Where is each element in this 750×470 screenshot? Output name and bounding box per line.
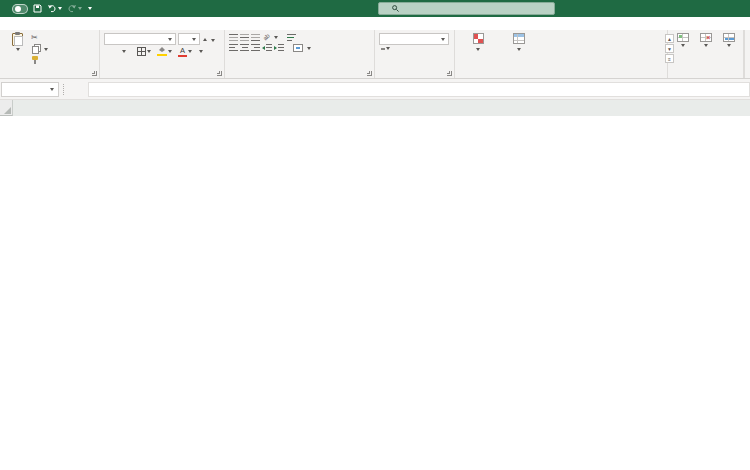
column-headers <box>0 100 750 116</box>
caret-down-icon <box>211 39 215 42</box>
chevron-down-icon <box>122 50 126 53</box>
font-color-button[interactable]: A <box>176 47 194 56</box>
ribbon-tab-bar <box>0 17 750 30</box>
chevron-down-icon <box>681 44 685 47</box>
shrink-font-button[interactable] <box>210 37 216 42</box>
delete-cells-button[interactable]: × <box>695 33 716 67</box>
select-all-button[interactable] <box>0 100 13 116</box>
formula-bar-handle[interactable] <box>63 84 66 95</box>
format-as-table-icon <box>513 33 525 44</box>
font-group: A <box>100 30 225 78</box>
spreadsheet-grid <box>0 116 750 470</box>
dialog-launcher-icon[interactable] <box>217 71 222 76</box>
insert-cells-icon <box>677 33 689 42</box>
grow-font-button[interactable] <box>202 37 208 41</box>
save-icon <box>33 4 42 13</box>
chevron-down-icon <box>727 44 731 47</box>
title-bar <box>0 0 750 17</box>
borders-button[interactable] <box>135 47 153 56</box>
chevron-down-icon <box>274 36 278 39</box>
align-top-icon[interactable] <box>229 34 238 42</box>
paste-clipboard-icon <box>12 33 23 46</box>
chevron-down-icon <box>192 38 196 41</box>
chevron-down-icon <box>168 38 172 41</box>
decrease-indent-icon[interactable] <box>262 44 272 52</box>
formula-input[interactable] <box>88 82 750 97</box>
chevron-down-icon <box>441 38 445 41</box>
chevron-down-icon <box>188 50 192 53</box>
undo-button[interactable] <box>47 4 62 13</box>
number-format-select[interactable] <box>379 33 449 45</box>
styles-group: ▲ ▼ ≡ <box>455 30 668 78</box>
insert-cells-button[interactable] <box>672 33 693 67</box>
font-size-select[interactable] <box>178 33 200 45</box>
chevron-down-icon <box>168 50 172 53</box>
number-group <box>375 30 455 78</box>
chevron-down-icon <box>147 50 151 53</box>
chevron-down-icon <box>58 7 62 10</box>
dialog-launcher-icon[interactable] <box>92 71 97 76</box>
align-bottom-icon[interactable] <box>251 34 260 42</box>
format-cells-icon <box>723 33 735 42</box>
search-icon <box>392 5 399 12</box>
format-cells-button[interactable] <box>719 33 740 67</box>
fill-color-button[interactable] <box>155 47 174 56</box>
chevron-down-icon <box>386 47 390 50</box>
cf-label-2 <box>476 46 480 53</box>
conditional-formatting-icon <box>473 33 484 44</box>
fill-color-icon <box>157 47 167 56</box>
autosave-toggle[interactable] <box>12 4 28 14</box>
editing-group-clipped <box>744 30 750 78</box>
chevron-down-icon <box>476 48 480 51</box>
cells-group: × <box>668 30 744 78</box>
scissors-icon: ✂ <box>31 34 38 42</box>
paste-button[interactable] <box>4 33 31 67</box>
format-painter-button[interactable] <box>31 55 96 65</box>
merge-center-button[interactable] <box>293 44 311 52</box>
chevron-down-icon <box>704 44 708 47</box>
copy-button[interactable] <box>31 44 96 54</box>
dialog-launcher-icon[interactable] <box>447 71 452 76</box>
alignment-group <box>225 30 375 78</box>
quick-access-toolbar <box>7 4 92 14</box>
wrap-text-icon <box>287 34 296 42</box>
customize-qat-button[interactable] <box>87 7 92 10</box>
conditional-formatting-button[interactable] <box>459 33 497 67</box>
chevron-down-icon <box>199 50 203 53</box>
redo-icon <box>67 4 77 13</box>
format-painter-icon <box>31 56 39 64</box>
cell-styles-gallery <box>544 34 663 67</box>
align-left-icon[interactable] <box>229 44 238 52</box>
chevron-down-icon <box>517 48 521 51</box>
chevron-down-icon <box>307 47 311 50</box>
borders-icon <box>137 47 146 56</box>
wrap-text-button[interactable] <box>287 34 298 42</box>
dialog-launcher-icon[interactable] <box>367 71 372 76</box>
caret-up-icon <box>203 38 207 41</box>
font-color-icon: A <box>178 47 187 56</box>
name-box[interactable] <box>1 82 59 97</box>
clipboard-group: ✂ <box>0 30 100 78</box>
save-button[interactable] <box>33 4 42 13</box>
increase-indent-icon[interactable] <box>274 44 284 52</box>
orientation-icon[interactable] <box>262 33 272 42</box>
toggle-knob-icon <box>15 6 21 12</box>
chevron-down-icon <box>16 48 20 51</box>
formula-bar <box>0 79 750 100</box>
delete-cells-icon: × <box>700 33 712 42</box>
phonetic-button[interactable] <box>196 50 205 53</box>
align-middle-icon[interactable] <box>240 34 249 42</box>
align-center-icon[interactable] <box>240 44 249 52</box>
currency-button[interactable] <box>379 47 392 50</box>
align-right-icon[interactable] <box>251 44 260 52</box>
search-box[interactable] <box>378 2 555 15</box>
excel-window: { "titlebar": { "autosave_label": "自動保存"… <box>0 0 750 470</box>
cut-button[interactable]: ✂ <box>31 33 96 43</box>
font-name-select[interactable] <box>104 33 176 45</box>
merge-center-icon <box>293 44 303 52</box>
undo-icon <box>47 4 57 13</box>
format-as-table-button[interactable] <box>497 33 541 67</box>
redo-button[interactable] <box>67 4 82 13</box>
chevron-down-icon <box>88 7 92 10</box>
copy-icon <box>32 46 39 54</box>
